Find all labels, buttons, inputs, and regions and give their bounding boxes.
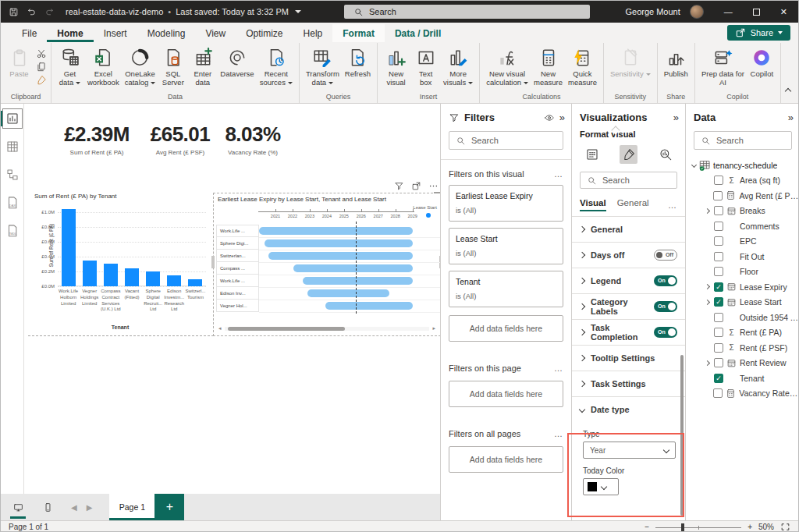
maximize-button[interactable] <box>753 9 760 16</box>
title-caret-icon[interactable] <box>295 10 301 13</box>
add-page-button[interactable]: + <box>154 494 184 520</box>
checkbox-checked[interactable]: ✓ <box>714 282 723 292</box>
field-row[interactable]: EPC <box>686 234 799 250</box>
gantt-bar[interactable] <box>268 252 412 260</box>
tab-modeling[interactable]: Modeling <box>137 24 196 42</box>
toggle-on[interactable]: On <box>654 301 677 312</box>
expand-icon[interactable] <box>704 208 709 214</box>
quick-measure-button[interactable]: Quickmeasure <box>566 47 599 87</box>
field-row[interactable]: Breaks <box>686 204 799 219</box>
scroll-right-arrow[interactable]: ▸ <box>432 325 435 332</box>
recent-sources-button[interactable]: Recentsources <box>257 47 295 87</box>
enter-data-button[interactable]: Enterdata <box>188 47 217 87</box>
user-name[interactable]: George Mount <box>625 7 680 16</box>
checkbox-unchecked[interactable] <box>713 388 723 398</box>
eye-icon[interactable] <box>544 112 555 123</box>
onelake-catalog-button[interactable]: OneLakecatalog <box>123 47 158 87</box>
new-measure-button[interactable]: Newmeasure <box>531 47 565 87</box>
gantt-bar[interactable] <box>259 227 413 235</box>
copy-icon[interactable] <box>36 62 47 73</box>
zoom-out-button[interactable]: − <box>645 523 649 531</box>
gantt-bar[interactable] <box>325 302 413 310</box>
format-section-task-settings[interactable]: Task Settings <box>572 371 685 396</box>
collapse-ribbon-icon[interactable] <box>786 83 790 97</box>
next-page-arrow[interactable]: ▶ <box>87 503 93 512</box>
tab-view[interactable]: View <box>195 24 236 42</box>
format-visual-button[interactable] <box>620 145 637 164</box>
field-row[interactable]: ΣRent (£ PA) <box>686 325 799 341</box>
pane-scrollbar[interactable] <box>680 355 684 516</box>
undo-icon[interactable] <box>27 7 37 17</box>
format-painter-icon[interactable] <box>36 75 47 86</box>
dataverse-button[interactable]: Dataverse <box>218 47 256 79</box>
format-tab-visual[interactable]: Visual <box>580 198 606 211</box>
document-title[interactable]: real-estate-data-viz-demo • Last saved: … <box>66 7 301 16</box>
bar[interactable] <box>167 275 181 286</box>
text-box-button[interactable]: Textbox <box>411 47 440 87</box>
tab-insert[interactable]: Insert <box>94 24 137 42</box>
format-search-input[interactable]: Search <box>580 172 677 189</box>
filter-card[interactable]: Earliest Lease Expiryis (All) <box>449 185 563 222</box>
bar[interactable] <box>83 261 97 286</box>
table-node[interactable]: tenancy-schedule <box>686 158 799 173</box>
desktop-view-button[interactable] <box>10 499 26 515</box>
field-row[interactable]: ✓Tenant <box>686 371 799 386</box>
group-more-options-icon[interactable]: … <box>554 364 563 373</box>
zoom-in-button[interactable]: + <box>748 523 752 531</box>
tab-data-drill[interactable]: Data / Drill <box>385 24 451 42</box>
toggle-on[interactable]: On <box>654 327 677 338</box>
format-section-days-off[interactable]: Days offOff <box>572 242 685 268</box>
filter-card[interactable]: Tenantis (All) <box>449 271 563 307</box>
excel-workbook-button[interactable]: Excelworkbook <box>85 47 122 87</box>
model-view[interactable] <box>4 166 21 183</box>
data-search-input[interactable]: Search <box>694 131 792 150</box>
tab-format[interactable]: Format <box>332 24 385 42</box>
expand-icon[interactable] <box>704 360 709 366</box>
checkbox-checked[interactable]: ✓ <box>714 297 723 307</box>
format-section-date-type[interactable]: Date type <box>572 396 685 422</box>
prev-page-arrow[interactable]: ◀ <box>71 503 77 512</box>
newvisual-calculation-button[interactable]: New visualcalculation <box>484 47 531 87</box>
fit-to-page-icon[interactable] <box>780 522 790 532</box>
field-row[interactable]: ΣRent (£ PSF) <box>686 340 799 356</box>
more-options-icon[interactable] <box>428 181 439 191</box>
format-section-general[interactable]: General <box>572 216 685 242</box>
tab-help[interactable]: Help <box>293 24 333 42</box>
table-view[interactable] <box>4 138 21 155</box>
tabs-more-options-icon[interactable]: … <box>668 200 677 210</box>
checkbox-checked[interactable]: ✓ <box>714 374 723 383</box>
report-canvas[interactable]: Sum of Rent (£ PA) by TenantSum of Rent … <box>24 104 440 494</box>
global-search-input[interactable]: Search <box>344 5 590 19</box>
checkbox-unchecked[interactable] <box>714 358 723 367</box>
tab-optimize[interactable]: Optimize <box>236 24 293 42</box>
checkbox-unchecked[interactable] <box>714 222 723 231</box>
gantt-chart-visual[interactable]: Earliest Lease Expiry by Lease Start, Te… <box>213 193 440 336</box>
collapse-pane-icon[interactable]: » <box>559 112 563 123</box>
checkbox-unchecked[interactable] <box>713 191 723 200</box>
group-more-options-icon[interactable]: … <box>554 169 563 179</box>
cut-icon[interactable] <box>36 48 47 59</box>
toggle-off[interactable]: Off <box>654 250 677 261</box>
filters-search-input[interactable]: Search <box>449 131 563 150</box>
gantt-bar[interactable] <box>307 289 389 297</box>
add-data-fields-dropzone[interactable]: Add data fields here <box>449 381 563 407</box>
today-color-dropdown[interactable] <box>583 478 619 495</box>
page-tab[interactable]: Page 1 <box>109 494 154 520</box>
bar-chart-visual[interactable]: Sum of Rent (£ PA) by TenantSum of Rent … <box>28 186 212 335</box>
refresh-button[interactable]: Refresh <box>343 47 373 79</box>
scroll-left-arrow[interactable]: ◂ <box>218 325 222 332</box>
checkbox-unchecked[interactable] <box>714 267 723 276</box>
gantt-horizontal-scrollbar[interactable]: ◂▸ <box>218 326 435 332</box>
tmdl-view[interactable]: TMDL <box>4 222 21 239</box>
field-row[interactable]: Fit Out <box>686 249 799 264</box>
share-button[interactable]: Share <box>727 25 790 41</box>
group-more-options-icon[interactable]: … <box>554 429 563 438</box>
field-row[interactable]: ✓Lease Start <box>686 295 799 310</box>
focus-mode-icon[interactable] <box>411 181 421 191</box>
scrollbar-thumb[interactable] <box>228 327 345 331</box>
add-data-fields-dropzone[interactable]: Add data fields here <box>449 446 563 473</box>
collapse-pane-icon[interactable]: » <box>673 112 677 123</box>
zoom-slider[interactable] <box>655 523 741 532</box>
transform-data-button[interactable]: Transformdata <box>304 47 342 87</box>
checkbox-unchecked[interactable] <box>714 206 723 215</box>
